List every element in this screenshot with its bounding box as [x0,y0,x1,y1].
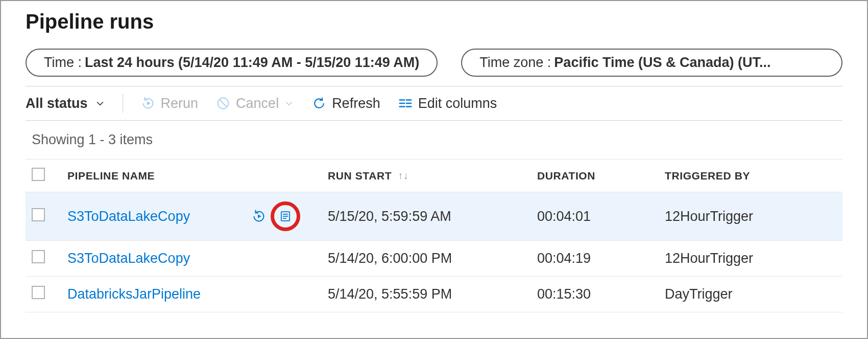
cancel-label: Cancel [236,96,279,111]
col-run-start-label: Run start [328,170,392,182]
pipeline-name-link[interactable]: S3ToDataLakeCopy [67,251,190,266]
row-checkbox[interactable] [32,250,45,263]
run-start-cell: 5/15/20, 5:59:59 AM [322,192,531,241]
cancel-button: Cancel [215,96,294,111]
timezone-filter-label: Time zone : [479,55,551,71]
rerun-button: Rerun [140,96,199,111]
time-filter-label: Time : [44,55,82,71]
table-row[interactable]: S3ToDataLakeCopy5/14/20, 6:00:00 PM00:04… [26,241,842,277]
time-filter-pill[interactable]: Time : Last 24 hours (5/14/20 11:49 AM -… [26,49,438,77]
showing-count: Showing 1 - 3 items [26,121,842,159]
col-duration[interactable]: Duration [531,160,659,192]
col-run-start[interactable]: Run start ↑↓ [322,160,531,192]
row-checkbox[interactable] [32,286,45,299]
edit-columns-label: Edit columns [418,96,497,111]
chevron-down-icon [284,98,294,108]
consumption-icon[interactable] [278,209,293,224]
trigger-cell: DayTrigger [659,277,842,312]
col-name[interactable]: Pipeline name [61,160,322,192]
svg-marker-0 [147,101,151,105]
run-start-cell: 5/14/20, 5:55:59 PM [322,277,531,312]
table-row[interactable]: DatabricksJarPipeline5/14/20, 5:55:59 PM… [26,277,842,312]
duration-cell: 00:04:19 [531,241,659,277]
refresh-label: Refresh [332,96,380,111]
filter-row: Time : Last 24 hours (5/14/20 11:49 AM -… [26,49,842,77]
edit-columns-icon [398,96,413,111]
select-all-checkbox[interactable] [32,168,45,181]
trigger-cell: 12HourTrigger [659,192,842,241]
rerun-icon [140,96,156,111]
refresh-button[interactable]: Refresh [311,96,380,111]
timezone-filter-pill[interactable]: Time zone : Pacific Time (US & Canada) (… [461,49,842,77]
timezone-filter-value: Pacific Time (US & Canada) (UT... [554,55,770,71]
edit-columns-button[interactable]: Edit columns [398,96,497,111]
duration-cell: 00:04:01 [531,192,659,241]
trigger-cell: 12HourTrigger [659,241,842,277]
refresh-icon [311,96,327,111]
chevron-down-icon [95,98,105,108]
svg-line-2 [220,100,227,107]
svg-marker-9 [258,214,261,218]
status-dropdown[interactable]: All status [26,96,105,111]
rerun-label: Rerun [161,96,199,111]
runs-table: Pipeline name Run start ↑↓ Duration Trig… [26,159,842,312]
duration-cell: 00:15:30 [531,277,659,312]
consumption-highlight-marker [271,201,300,231]
page-title: Pipeline runs [26,10,842,33]
rerun-row-icon[interactable] [251,209,267,224]
cancel-icon [215,96,231,111]
status-dropdown-label: All status [26,96,88,111]
pipeline-name-link[interactable]: S3ToDataLakeCopy [67,209,190,224]
toolbar-divider [123,94,123,113]
table-row[interactable]: S3ToDataLakeCopy5/15/20, 5:59:59 AM00:04… [26,192,842,241]
row-checkbox[interactable] [32,208,45,221]
time-filter-value: Last 24 hours (5/14/20 11:49 AM - 5/15/2… [85,55,419,71]
sort-icon: ↑↓ [398,170,408,182]
col-triggered[interactable]: Triggered by [659,160,842,192]
toolbar: All status Rerun Cancel [26,86,842,121]
run-start-cell: 5/14/20, 6:00:00 PM [322,241,531,277]
pipeline-name-link[interactable]: DatabricksJarPipeline [67,286,201,302]
